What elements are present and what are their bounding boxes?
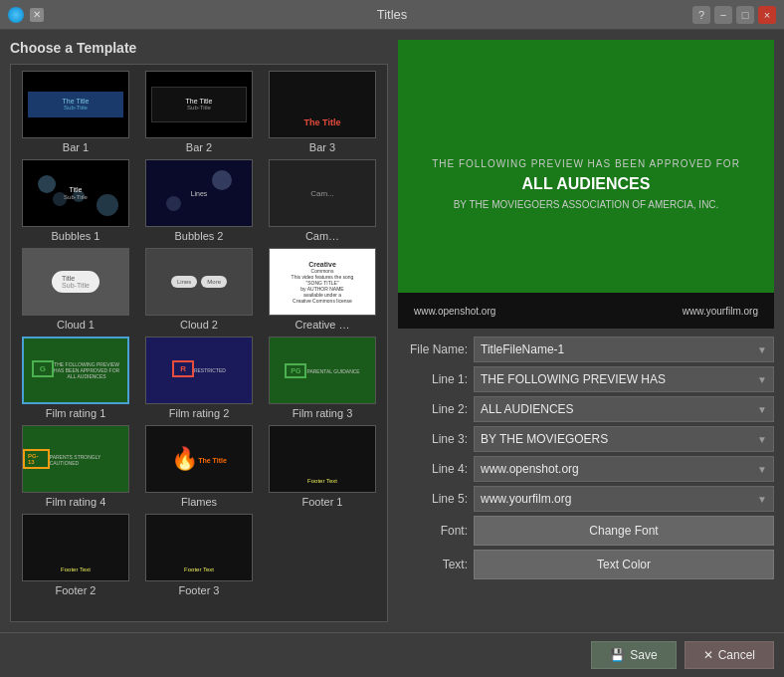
close-button[interactable]: ×	[758, 6, 776, 24]
line1-row: Line 1: THE FOLLOWING PREVIEW HAS ▼	[398, 366, 774, 392]
template-item[interactable]: CreativeCommonsThis video features the s…	[262, 246, 383, 333]
template-label: Flames	[181, 496, 217, 508]
line1-arrow-icon: ▼	[757, 374, 767, 385]
file-name-row: File Name: TitleFileName-1 ▼	[398, 337, 774, 362]
template-label: Film rating 4	[46, 496, 106, 508]
line3-value: BY THE MOVIEGOERS	[481, 432, 608, 446]
line5-label: Line 5:	[398, 492, 468, 506]
text-color-row: Text: Text Color	[398, 550, 774, 579]
change-font-button[interactable]: Change Font	[474, 516, 774, 546]
line3-row: Line 3: BY THE MOVIEGOERS ▼	[398, 426, 774, 452]
line4-row: Line 4: www.openshot.org ▼	[398, 456, 774, 482]
maximize-button[interactable]: □	[736, 6, 754, 24]
cancel-icon: ✕	[703, 648, 713, 662]
template-item[interactable]: TitleSub-TitleBubbles 1	[15, 157, 136, 244]
template-item[interactable]: Cam...Cam…	[262, 157, 383, 244]
text-label: Text:	[398, 558, 468, 571]
titlebar-left: ✕	[8, 7, 44, 23]
template-item[interactable]: PGPARENTAL GUIDANCEFilm rating 3	[262, 335, 383, 421]
cancel-label: Cancel	[718, 648, 755, 662]
template-label: Bubbles 2	[175, 230, 224, 242]
template-item[interactable]: RRESTRICTEDFilm rating 2	[138, 335, 260, 421]
template-item[interactable]: GTHE FOLLOWING PREVIEWHAS BEEN APPROVED …	[15, 335, 136, 421]
font-label: Font:	[398, 524, 468, 538]
preview-background: THE FOLLOWING PREVIEW HAS BEEN APPROVED …	[398, 40, 774, 329]
titlebar-title: Titles	[377, 7, 408, 22]
file-name-value: TitleFileName-1	[481, 342, 564, 356]
line2-value: ALL AUDIENCES	[481, 402, 574, 416]
save-label: Save	[630, 648, 657, 662]
template-label: Cloud 2	[180, 319, 218, 331]
template-label: Footer 2	[56, 584, 97, 596]
template-label: Bubbles 1	[52, 230, 100, 242]
template-item[interactable]: TitleSub-TitleCloud 1	[15, 246, 136, 333]
template-label: Bar 3	[309, 141, 335, 153]
preview-line1: THE FOLLOWING PREVIEW HAS BEEN APPROVED …	[432, 158, 740, 169]
line4-arrow-icon: ▼	[757, 464, 767, 475]
choose-template-heading: Choose a Template	[10, 40, 388, 56]
preview-bottom-left: www.openshot.org	[414, 306, 495, 317]
preview-bottom-right: www.yourfilm.org	[683, 306, 758, 317]
titlebar-close-small[interactable]: ✕	[30, 8, 44, 22]
template-item[interactable]: Footer TextFooter 3	[138, 512, 260, 598]
fields-area: File Name: TitleFileName-1 ▼ Line 1: THE…	[398, 337, 774, 622]
template-label: Film rating 1	[46, 407, 106, 419]
template-label: Film rating 3	[293, 407, 353, 419]
line2-arrow-icon: ▼	[757, 404, 767, 415]
line3-label: Line 3:	[398, 432, 468, 446]
titlebar: ✕ Titles ? − □ ×	[0, 0, 784, 30]
template-grid-container[interactable]: The TitleSub-TitleBar 1The TitleSub-Titl…	[10, 64, 388, 622]
line5-value: www.yourfilm.org	[481, 492, 571, 506]
cancel-button[interactable]: ✕ Cancel	[685, 641, 774, 669]
template-label: Creative …	[294, 319, 349, 331]
help-button[interactable]: ?	[692, 6, 710, 24]
line1-label: Line 1:	[398, 372, 468, 386]
line1-input[interactable]: THE FOLLOWING PREVIEW HAS ▼	[474, 366, 774, 392]
line3-input[interactable]: BY THE MOVIEGOERS ▼	[474, 426, 774, 452]
template-item[interactable]: 🔥The TitleFlames	[138, 423, 260, 510]
template-label: Bar 1	[63, 141, 89, 153]
main-content: Choose a Template The TitleSub-TitleBar …	[0, 30, 784, 632]
file-name-arrow-icon: ▼	[757, 344, 767, 355]
line2-input[interactable]: ALL AUDIENCES ▼	[474, 396, 774, 422]
file-name-label: File Name:	[398, 342, 468, 356]
bottom-bar: 💾 Save ✕ Cancel	[0, 632, 784, 677]
save-icon: 💾	[610, 648, 625, 662]
template-item[interactable]: The TitleBar 3	[262, 69, 383, 155]
preview-area: THE FOLLOWING PREVIEW HAS BEEN APPROVED …	[398, 40, 774, 329]
template-item[interactable]: Footer TextFooter 1	[262, 423, 383, 510]
app-logo	[8, 7, 24, 23]
preview-bottom-bar: www.openshot.org www.yourfilm.org	[398, 293, 774, 329]
template-item[interactable]: Footer TextFooter 2	[15, 512, 136, 598]
template-label: Bar 2	[186, 141, 212, 153]
preview-line3: BY THE MOVIEGOERS ASSOCIATION OF AMERCIA…	[454, 199, 719, 210]
left-panel: Choose a Template The TitleSub-TitleBar …	[10, 40, 388, 622]
template-item[interactable]: The TitleSub-TitleBar 2	[138, 69, 260, 155]
line4-label: Line 4:	[398, 462, 468, 476]
template-label: Footer 3	[179, 584, 220, 596]
line4-value: www.openshot.org	[481, 462, 579, 476]
minimize-button[interactable]: −	[714, 6, 732, 24]
template-label: Cloud 1	[57, 319, 95, 331]
font-row: Font: Change Font	[398, 516, 774, 546]
template-item[interactable]: The TitleSub-TitleBar 1	[15, 69, 136, 155]
template-item[interactable]: PG-13PARENTS STRONGLY CAUTIONEDFilm rati…	[15, 423, 136, 510]
line2-label: Line 2:	[398, 402, 468, 416]
line5-row: Line 5: www.yourfilm.org ▼	[398, 486, 774, 512]
line4-input[interactable]: www.openshot.org ▼	[474, 456, 774, 482]
template-label: Film rating 2	[169, 407, 230, 419]
template-item[interactable]: LinesBubbles 2	[138, 157, 260, 244]
save-button[interactable]: 💾 Save	[591, 641, 676, 669]
line3-arrow-icon: ▼	[757, 434, 767, 445]
file-name-input[interactable]: TitleFileName-1 ▼	[474, 337, 774, 362]
template-item[interactable]: LinesMoreCloud 2	[138, 246, 260, 333]
template-label: Footer 1	[302, 496, 343, 508]
template-label: Cam…	[305, 230, 339, 242]
right-panel: THE FOLLOWING PREVIEW HAS BEEN APPROVED …	[398, 40, 774, 622]
line2-row: Line 2: ALL AUDIENCES ▼	[398, 396, 774, 422]
text-color-button[interactable]: Text Color	[474, 550, 774, 579]
template-grid: The TitleSub-TitleBar 1The TitleSub-Titl…	[11, 65, 387, 602]
line5-input[interactable]: www.yourfilm.org ▼	[474, 486, 774, 512]
titlebar-controls: ? − □ ×	[692, 6, 776, 24]
preview-line2: ALL AUDIENCES	[522, 175, 651, 193]
